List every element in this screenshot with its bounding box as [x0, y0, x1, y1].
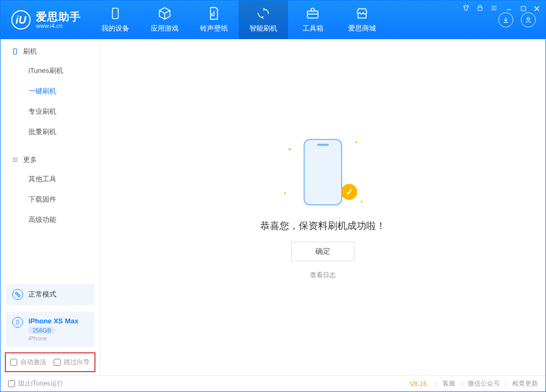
support-link[interactable]: 客服 [442, 379, 455, 388]
menu-icon[interactable] [490, 4, 498, 13]
titlebar-right-buttons [498, 12, 536, 27]
music-file-icon [207, 6, 221, 20]
download-icon [502, 16, 510, 24]
app-window: iU 爱思助手 www.i4.cn 我的设备 应用游戏 铃声壁纸 智能刷机 [0, 0, 546, 392]
phone-illustration [304, 139, 342, 205]
mode-icon [12, 289, 23, 300]
view-log-link[interactable]: 查看日志 [310, 271, 336, 280]
sidebar: 刷机 iTunes刷机 一键刷机 专业刷机 批量刷机 更多 其他工具 下载固件 … [1, 39, 100, 375]
device-card[interactable]: iPhone XS Max 256GB iPhone [6, 312, 94, 347]
logo-text: 爱思助手 www.i4.cn [36, 11, 81, 29]
top-nav: 我的设备 应用游戏 铃声壁纸 智能刷机 工具箱 爱思商城 [91, 1, 387, 39]
nav-label: 智能刷机 [249, 24, 277, 33]
device-type: iPhone [28, 335, 78, 342]
success-message: 恭喜您，保资料刷机成功啦！ [260, 219, 386, 232]
svg-rect-2 [478, 8, 482, 11]
nav-flash[interactable]: 智能刷机 [239, 1, 288, 39]
phone-outline-icon [11, 48, 19, 55]
check-update-link[interactable]: 检查更新 [512, 379, 538, 388]
lock-icon[interactable] [476, 4, 484, 13]
user-button[interactable] [521, 12, 536, 27]
minimize-button[interactable]: － [504, 7, 514, 11]
store-icon [355, 6, 369, 20]
sidebar-section-flash: 刷机 [1, 39, 100, 61]
mode-card[interactable]: 正常模式 [6, 284, 94, 305]
success-illustration: ✦ ✦ ✦ ✦ ✓ [291, 135, 355, 210]
checkbox-block-itunes[interactable]: 阻止iTunes运行 [8, 379, 63, 388]
svg-rect-1 [307, 11, 318, 18]
opt-label: 自动激活 [20, 358, 46, 367]
section-title: 更多 [23, 155, 37, 165]
section-title: 刷机 [23, 47, 37, 56]
tshirt-icon[interactable] [462, 4, 470, 13]
sidebar-item-advanced[interactable]: 高级功能 [1, 210, 100, 230]
nav-label: 我的设备 [101, 24, 129, 33]
nav-store[interactable]: 爱思商城 [337, 1, 387, 39]
svg-rect-0 [113, 8, 119, 19]
sparkle-icon: ✦ [355, 140, 358, 145]
checkbox-auto-activate[interactable]: 自动激活 [10, 358, 46, 367]
checkbox-skip-wizard[interactable]: 跳过向导 [54, 358, 90, 367]
svg-rect-5 [13, 49, 17, 55]
check-badge-icon: ✓ [341, 184, 357, 200]
svg-point-7 [18, 294, 20, 297]
opt-label: 跳过向导 [64, 358, 90, 367]
nav-my-device[interactable]: 我的设备 [91, 1, 140, 39]
download-button[interactable] [498, 12, 513, 27]
nav-label: 铃声壁纸 [200, 24, 228, 33]
device-icon [12, 317, 23, 328]
nav-ringtones[interactable]: 铃声壁纸 [189, 1, 239, 39]
ok-button[interactable]: 确定 [291, 242, 355, 261]
nav-label: 爱思商城 [348, 24, 376, 33]
logo-icon: iU [11, 10, 31, 29]
block-itunes-label: 阻止iTunes运行 [18, 379, 63, 388]
options-row: 自动激活 跳过向导 [5, 352, 95, 372]
phone-icon [108, 6, 122, 20]
titlebar: iU 爱思助手 www.i4.cn 我的设备 应用游戏 铃声壁纸 智能刷机 [1, 1, 545, 39]
main-content: ✦ ✦ ✦ ✦ ✓ 恭喜您，保资料刷机成功啦！ 确定 查看日志 [100, 39, 545, 375]
app-name-cn: 爱思助手 [36, 11, 81, 23]
sparkle-icon: ✦ [283, 191, 287, 196]
sidebar-item-oneclick-flash[interactable]: 一键刷机 [1, 81, 100, 101]
app-name-en: www.i4.cn [36, 23, 81, 29]
sidebar-item-itunes-flash[interactable]: iTunes刷机 [1, 61, 100, 81]
logo: iU 爱思助手 www.i4.cn [1, 10, 91, 29]
device-capacity: 256GB [28, 327, 55, 334]
mode-label: 正常模式 [28, 290, 56, 299]
cube-icon [158, 6, 172, 20]
sidebar-item-pro-flash[interactable]: 专业刷机 [1, 101, 100, 122]
sparkle-icon: ✦ [287, 146, 292, 152]
svg-rect-3 [521, 6, 526, 11]
refresh-icon [256, 6, 270, 20]
nav-apps[interactable]: 应用游戏 [140, 1, 189, 39]
nav-toolbox[interactable]: 工具箱 [288, 1, 337, 39]
nav-label: 应用游戏 [151, 24, 179, 33]
svg-rect-8 [17, 320, 19, 324]
sidebar-item-download-firmware[interactable]: 下载固件 [1, 189, 100, 210]
statusbar: 阻止iTunes运行 V8.16 | 客服 | 微信公众号 | 检查更新 [1, 375, 545, 391]
sidebar-item-other-tools[interactable]: 其他工具 [1, 169, 100, 189]
user-icon [525, 16, 532, 24]
sidebar-section-more: 更多 [1, 142, 100, 169]
toolbox-icon [306, 6, 320, 20]
list-icon [11, 156, 19, 164]
auto-activate-input[interactable] [10, 359, 17, 366]
wechat-link[interactable]: 微信公众号 [468, 379, 500, 388]
statusbar-right: V8.16 | 客服 | 微信公众号 | 检查更新 [410, 379, 538, 388]
svg-point-4 [527, 18, 530, 20]
skip-wizard-input[interactable] [54, 359, 61, 366]
version-label: V8.16 [410, 380, 426, 388]
svg-point-6 [16, 292, 18, 294]
body: 刷机 iTunes刷机 一键刷机 专业刷机 批量刷机 更多 其他工具 下载固件 … [1, 39, 545, 375]
nav-label: 工具箱 [302, 24, 323, 33]
sidebar-item-batch-flash[interactable]: 批量刷机 [1, 122, 100, 142]
device-name: iPhone XS Max [28, 317, 78, 325]
block-itunes-input[interactable] [8, 380, 15, 387]
sparkle-icon: ✦ [360, 199, 364, 204]
